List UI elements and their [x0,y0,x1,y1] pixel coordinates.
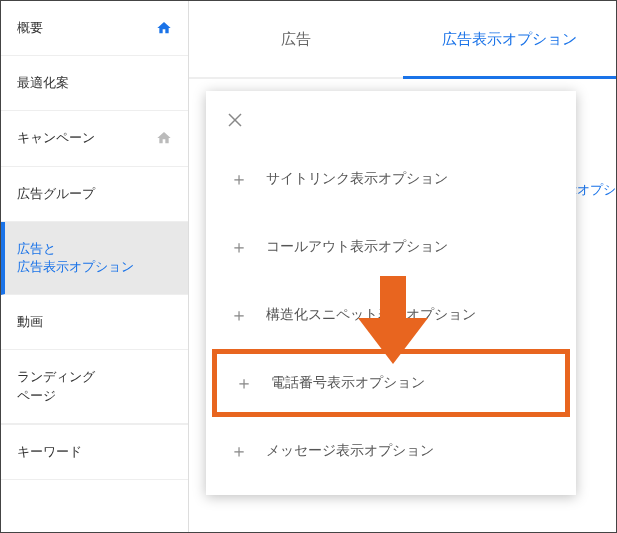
sidebar-item-label: 概要 [17,19,43,37]
close-button[interactable] [206,91,576,145]
sidebar-item-label: キーワード [17,443,82,461]
tabs: 広告 広告表示オプション [189,1,616,79]
sidebar-item-label: 広告と 広告表示オプション [17,240,134,276]
sidebar-item-adgroups[interactable]: 広告グループ [1,167,188,222]
plus-icon: ＋ [230,303,248,327]
menu-item-label: サイトリンク表示オプション [266,170,448,188]
tab-ads[interactable]: 広告 [189,1,403,77]
close-icon [226,111,244,129]
sidebar-item-ads-extensions[interactable]: 広告と 広告表示オプション [1,222,188,295]
plus-icon: ＋ [235,371,253,395]
home-icon [156,130,172,146]
sidebar-item-overview[interactable]: 概要 [1,1,188,56]
sidebar-item-videos[interactable]: 動画 [1,295,188,350]
sidebar-item-keywords[interactable]: キーワード [1,424,188,480]
plus-icon: ＋ [230,167,248,191]
sidebar-item-label: 広告グループ [17,185,95,203]
home-icon [156,20,172,36]
sidebar-item-label: ランディング ページ [17,368,95,404]
sidebar-item-label: 最適化案 [17,74,69,92]
sidebar-item-label: 動画 [17,313,43,331]
menu-item-callout[interactable]: ＋ コールアウト表示オプション [206,213,576,281]
tab-label: 広告 [281,30,311,49]
sidebar-item-recommendations[interactable]: 最適化案 [1,56,188,111]
sidebar: 概要 最適化案 キャンペーン 広告グループ 広告と 広告表示オプション 動画 ラ… [1,1,189,532]
menu-item-label: コールアウト表示オプション [266,238,448,256]
menu-item-label: 電話番号表示オプション [271,374,425,392]
tab-ad-extensions[interactable]: 広告表示オプション [403,1,617,77]
menu-item-label: メッセージ表示オプション [266,442,434,460]
plus-icon: ＋ [230,439,248,463]
sidebar-item-campaigns[interactable]: キャンペーン [1,111,188,166]
menu-item-sitelink[interactable]: ＋ サイトリンク表示オプション [206,145,576,213]
menu-item-message[interactable]: ＋ メッセージ表示オプション [206,417,576,485]
plus-icon: ＋ [230,235,248,259]
sidebar-item-landing-pages[interactable]: ランディング ページ [1,350,188,423]
sidebar-item-label: キャンペーン [17,129,95,147]
tab-label: 広告表示オプション [442,30,577,49]
arrow-icon [358,276,428,366]
